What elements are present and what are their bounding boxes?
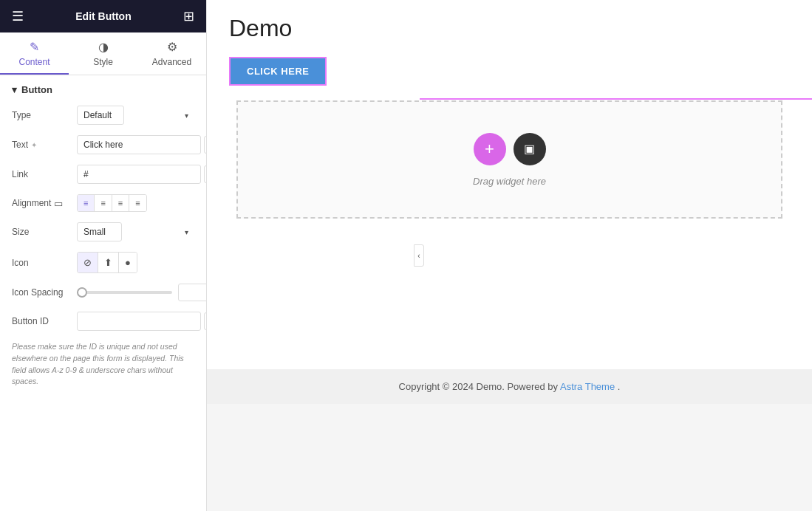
size-label: Size	[12, 227, 71, 237]
icon-option-group: ⊘ ⬆ ●	[77, 252, 137, 273]
left-panel: ☰ Edit Button ⊞ ✎ Content ◑ Style ⚙ Adva…	[0, 0, 207, 511]
button-id-row: ≡	[77, 312, 206, 331]
top-bar: ☰ Edit Button ⊞	[0, 0, 206, 32]
button-section-header[interactable]: ▾ Button	[12, 84, 194, 95]
button-id-control: ≡	[77, 312, 206, 331]
icon-spacing-control	[77, 284, 206, 301]
icon-field-row: Icon ⊘ ⬆ ●	[12, 252, 194, 273]
panel-title: Edit Button	[75, 10, 131, 22]
tab-advanced[interactable]: ⚙ Advanced	[137, 32, 206, 75]
icon-control: ⊘ ⬆ ●	[77, 252, 194, 273]
align-group: ≡ ≡ ≡ ≡	[77, 194, 147, 212]
page-content: Demo CLICK HERE + ▣ Drag widget here	[207, 0, 812, 369]
size-control: Small Medium Large	[77, 222, 194, 241]
link-field-row: Link ⚙ ≡	[12, 165, 194, 184]
slider-row	[77, 284, 206, 301]
align-left-btn[interactable]: ≡	[78, 195, 95, 211]
text-align-btn[interactable]: ≡	[204, 136, 206, 154]
click-here-button[interactable]: CLICK HERE	[231, 58, 325, 84]
link-control: ⚙ ≡	[77, 165, 206, 184]
style-tab-label: Style	[93, 57, 113, 67]
dynamic-icon: ✦	[31, 141, 37, 149]
alignment-field-row: Alignment ▭ ≡ ≡ ≡ ≡	[12, 194, 194, 212]
align-center-btn[interactable]: ≡	[95, 195, 112, 211]
button-id-label: Button ID	[12, 316, 71, 326]
right-panel: ‹ Demo CLICK HERE + ▣ Drag widget here C…	[207, 0, 812, 511]
menu-icon[interactable]: ☰	[12, 8, 24, 24]
style-tab-icon: ◑	[98, 40, 109, 54]
link-input[interactable]	[77, 165, 201, 184]
monitor-icon: ▭	[54, 198, 63, 209]
advanced-tab-label: Advanced	[152, 57, 191, 67]
content-tab-label: Content	[18, 57, 50, 67]
text-input[interactable]	[77, 135, 201, 154]
size-select[interactable]: Small Medium Large	[77, 222, 122, 241]
icon-spacing-label: Icon Spacing	[12, 287, 71, 298]
icon-spacing-slider[interactable]	[77, 291, 172, 294]
text-control: ≡	[77, 135, 206, 154]
content-tab-icon: ✎	[30, 40, 39, 54]
icon-none-btn[interactable]: ⊘	[78, 253, 98, 272]
drag-widget-area[interactable]: + ▣ Drag widget here	[236, 100, 782, 219]
text-label: Text ✦	[12, 140, 71, 150]
add-widget-button[interactable]: +	[474, 133, 506, 165]
footer-suffix: .	[618, 381, 621, 392]
icon-upload-btn[interactable]: ⬆	[98, 253, 119, 272]
icon-spacing-field-row: Icon Spacing	[12, 284, 194, 301]
footer-text: Copyright © 2024 Demo. Powered by	[399, 381, 560, 392]
drag-text: Drag widget here	[473, 176, 546, 187]
size-select-wrapper: Small Medium Large	[77, 222, 194, 241]
widget-type-button[interactable]: ▣	[514, 133, 546, 165]
tab-content[interactable]: ✎ Content	[0, 32, 69, 75]
type-select-wrapper: Default Info Success Warning Danger	[77, 106, 194, 125]
drag-buttons: + ▣	[474, 133, 546, 165]
type-field-row: Type Default Info Success Warning Danger	[12, 106, 194, 125]
collapse-handle[interactable]: ‹	[414, 244, 424, 267]
button-id-align-btn[interactable]: ≡	[204, 312, 206, 330]
button-id-input[interactable]	[77, 312, 201, 331]
alignment-control: ≡ ≡ ≡ ≡	[77, 194, 194, 212]
text-field-row: Text ✦ ≡	[12, 135, 194, 154]
selected-line	[229, 84, 327, 86]
icon-circle-btn[interactable]: ●	[119, 253, 137, 272]
section-arrow: ▾	[12, 84, 17, 95]
link-label: Link	[12, 169, 71, 179]
advanced-tab-icon: ⚙	[167, 40, 177, 54]
type-label: Type	[12, 110, 71, 120]
grid-icon[interactable]: ⊞	[183, 8, 194, 24]
pink-selection-line	[420, 98, 812, 100]
extra-bg	[207, 404, 812, 478]
type-select[interactable]: Default Info Success Warning Danger	[77, 106, 124, 125]
type-control: Default Info Success Warning Danger	[77, 106, 194, 125]
page-footer: Copyright © 2024 Demo. Powered by Astra …	[207, 369, 812, 404]
align-justify-btn[interactable]: ≡	[129, 195, 146, 211]
size-field-row: Size Small Medium Large	[12, 222, 194, 241]
footer-link[interactable]: Astra Theme	[560, 381, 615, 392]
section-label: Button	[21, 84, 52, 95]
link-gear-btn[interactable]: ⚙	[204, 165, 206, 183]
tabs-row: ✎ Content ◑ Style ⚙ Advanced	[0, 32, 206, 75]
button-id-field-row: Button ID ≡	[12, 312, 194, 331]
page-title: Demo	[229, 15, 790, 42]
alignment-label: Alignment ▭	[12, 198, 71, 209]
align-right-btn[interactable]: ≡	[112, 195, 129, 211]
tab-style[interactable]: ◑ Style	[69, 32, 137, 75]
button-selected-outline: CLICK HERE	[229, 57, 327, 86]
icon-spacing-value[interactable]	[178, 284, 206, 301]
icon-label: Icon	[12, 258, 71, 268]
help-text: Please make sure the ID is unique and no…	[12, 341, 194, 388]
panel-body: ▾ Button Type Default Info Success Warni…	[0, 75, 206, 511]
